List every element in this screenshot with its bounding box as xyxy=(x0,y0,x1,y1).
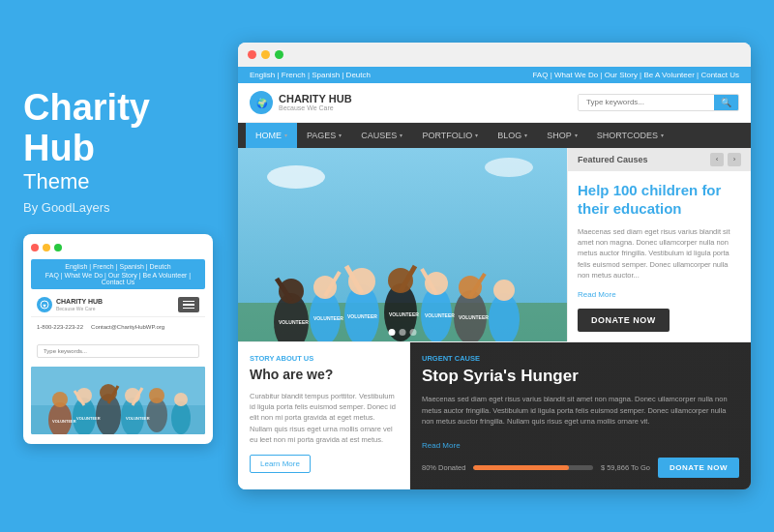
story-card: Story About Us Who are we? Curabitur bla… xyxy=(238,342,410,489)
desktop-search-input[interactable] xyxy=(579,95,714,109)
nav-caret-home: ▾ xyxy=(284,132,287,138)
hero-dot-2[interactable] xyxy=(400,329,406,336)
nav-caret-pages: ▾ xyxy=(339,132,342,138)
urgent-content: Urgent Cause Stop Syria's Hunger Maecena… xyxy=(422,354,739,478)
svg-point-24 xyxy=(267,165,325,189)
nav-item-causes[interactable]: CAUSES ▾ xyxy=(351,123,412,148)
desktop-search-button[interactable]: 🔍 xyxy=(714,95,738,110)
causes-description: Maecenas sed diam eget risus varius blan… xyxy=(578,226,741,281)
nav-item-blog[interactable]: BLOG ▾ xyxy=(488,123,537,148)
urgent-title: Stop Syria's Hunger xyxy=(422,367,739,386)
mobile-window-dots xyxy=(31,244,205,251)
mobile-brand-name: CHARITY HUB xyxy=(56,298,103,306)
nav-caret-portfolio: ▾ xyxy=(475,132,478,138)
svg-text:♥: ♥ xyxy=(43,302,46,308)
svg-text:VOLUNTEER: VOLUNTEER xyxy=(126,416,150,421)
svg-text:VOLUNTEER: VOLUNTEER xyxy=(313,315,343,321)
mobile-brand-row: ♥ CHARITY HUB Because We Care xyxy=(31,293,205,318)
nav-item-shortcodes[interactable]: SHORTCODES ▾ xyxy=(587,123,673,148)
svg-point-13 xyxy=(149,388,164,403)
desktop-window-dots xyxy=(238,43,751,67)
svg-point-49 xyxy=(493,280,515,301)
nav-caret-shop: ▾ xyxy=(575,132,578,138)
nav-item-home[interactable]: HOME ▾ xyxy=(246,123,297,148)
desktop-dot-yellow xyxy=(261,50,270,59)
urgent-donate-button[interactable]: DONATE NOW xyxy=(658,458,739,478)
desktop-dot-red xyxy=(248,50,256,59)
causes-prev-arrow[interactable]: ‹ xyxy=(710,153,724,166)
mobile-contact-row: 1-800-223-223-22 Contact@CharityHubWP.or… xyxy=(31,321,205,333)
nav-item-shop[interactable]: SHOP ▾ xyxy=(537,123,587,148)
desktop-brand-name: CHARITY HUB xyxy=(279,93,352,104)
desktop-main-content: VOLUNTEER VOLUNTEER VOLUNTEER xyxy=(238,148,751,341)
urgent-progress-label: 80% Donated xyxy=(422,463,465,472)
urgent-tag: Urgent Cause xyxy=(422,354,739,363)
desktop-dot-green xyxy=(275,50,283,59)
desktop-lang-links[interactable]: English | French | Spanish | Deutch xyxy=(250,71,371,79)
desktop-brand-sub: Because We Care xyxy=(279,104,352,111)
nav-item-pages[interactable]: PAGES ▾ xyxy=(297,123,351,148)
svg-text:🌍: 🌍 xyxy=(256,98,268,109)
causes-next-arrow[interactable]: › xyxy=(728,153,741,166)
urgent-progress-fill xyxy=(473,465,569,470)
desktop-search-bar[interactable]: 🔍 xyxy=(578,94,739,111)
by-line: By GoodLayers xyxy=(23,200,217,215)
causes-title: Help 100 children for their education xyxy=(578,181,741,219)
urgent-description: Maecenas sed diam eget risus varius blan… xyxy=(422,394,739,427)
svg-point-25 xyxy=(485,158,533,177)
urgent-card: Urgent Cause Stop Syria's Hunger Maecena… xyxy=(410,342,751,489)
mobile-hamburger-button[interactable] xyxy=(178,297,199,313)
svg-point-14 xyxy=(171,401,191,434)
nav-caret-causes: ▾ xyxy=(400,132,402,138)
mobile-logo-icon: ♥ xyxy=(37,297,52,312)
desktop-main-nav: HOME ▾ PAGES ▾ CAUSES ▾ PORTFOLIO ▾ BLOG… xyxy=(238,123,751,148)
causes-read-more-link[interactable]: Read More xyxy=(578,290,741,299)
brand-theme: Theme xyxy=(23,169,217,194)
urgent-amount-to-go: $ 59,866 To Go xyxy=(601,463,650,472)
mobile-search-input[interactable] xyxy=(37,344,199,358)
mobile-brand-sub: Because We Care xyxy=(56,306,103,311)
desktop-brand-bar: 🌍 CHARITY HUB Because We Care 🔍 xyxy=(238,83,751,123)
desktop-contact-links[interactable]: FAQ | What We Do | Our Story | Be A Volu… xyxy=(532,71,739,79)
desktop-top-nav: English | French | Spanish | Deutch FAQ … xyxy=(238,67,751,83)
nav-item-portfolio[interactable]: PORTFOLIO ▾ xyxy=(412,123,488,148)
causes-nav-arrows: ‹ › xyxy=(710,153,741,166)
svg-text:VOLUNTEER: VOLUNTEER xyxy=(347,313,377,319)
featured-causes-sidebar: Featured Causes ‹ › Help 100 children fo… xyxy=(567,148,751,341)
hero-slider-dots[interactable] xyxy=(389,329,417,336)
bottom-section: Story About Us Who are we? Curabitur bla… xyxy=(238,341,751,489)
causes-header-label: Featured Causes xyxy=(578,155,648,164)
svg-text:VOLUNTEER: VOLUNTEER xyxy=(76,416,101,421)
causes-donate-button[interactable]: DONATE NOW xyxy=(578,309,670,332)
story-description: Curabitur blandit tempus porttitor. Vest… xyxy=(250,391,398,445)
svg-text:VOLUNTEER: VOLUNTEER xyxy=(459,314,489,320)
causes-body: Help 100 children for their education Ma… xyxy=(568,171,751,341)
svg-point-15 xyxy=(174,393,188,406)
story-title: Who are we? xyxy=(250,367,398,383)
story-learn-more-link[interactable]: Learn More xyxy=(250,455,311,473)
nav-caret-blog: ▾ xyxy=(524,132,527,138)
story-tag: Story About Us xyxy=(250,354,398,363)
mobile-mockup: English | French | Spanish | Deutch FAQ … xyxy=(23,234,213,445)
dot-red xyxy=(31,244,39,251)
svg-text:VOLUNTEER: VOLUNTEER xyxy=(279,319,309,325)
mobile-top-nav: English | French | Spanish | Deutch FAQ … xyxy=(31,259,205,289)
urgent-progress-bar xyxy=(473,465,592,470)
hero-dot-1[interactable] xyxy=(389,329,396,336)
causes-header: Featured Causes ‹ › xyxy=(568,148,751,171)
svg-point-5 xyxy=(52,392,68,407)
svg-text:VOLUNTEER: VOLUNTEER xyxy=(425,312,455,318)
hero-image: VOLUNTEER VOLUNTEER VOLUNTEER xyxy=(238,148,567,341)
hero-dot-3[interactable] xyxy=(410,329,417,336)
mobile-links-row: FAQ | What We Do | Our Story | Be A Volu… xyxy=(37,272,199,285)
desktop-mockup: English | French | Spanish | Deutch FAQ … xyxy=(238,43,751,489)
mobile-brand-logo: ♥ CHARITY HUB Because We Care xyxy=(37,297,103,312)
svg-text:VOLUNTEER: VOLUNTEER xyxy=(52,419,76,424)
urgent-read-more-link[interactable]: Read More xyxy=(422,441,461,450)
mobile-phone: 1-800-223-223-22 xyxy=(37,324,83,330)
hero-slider[interactable]: VOLUNTEER VOLUNTEER VOLUNTEER xyxy=(238,148,567,341)
urgent-progress-area: 80% Donated $ 59,866 To Go DONATE NOW xyxy=(422,458,739,478)
desktop-logo-icon: 🌍 xyxy=(250,91,273,114)
mobile-search-row[interactable] xyxy=(31,337,205,361)
svg-text:VOLUNTEER: VOLUNTEER xyxy=(389,311,419,317)
